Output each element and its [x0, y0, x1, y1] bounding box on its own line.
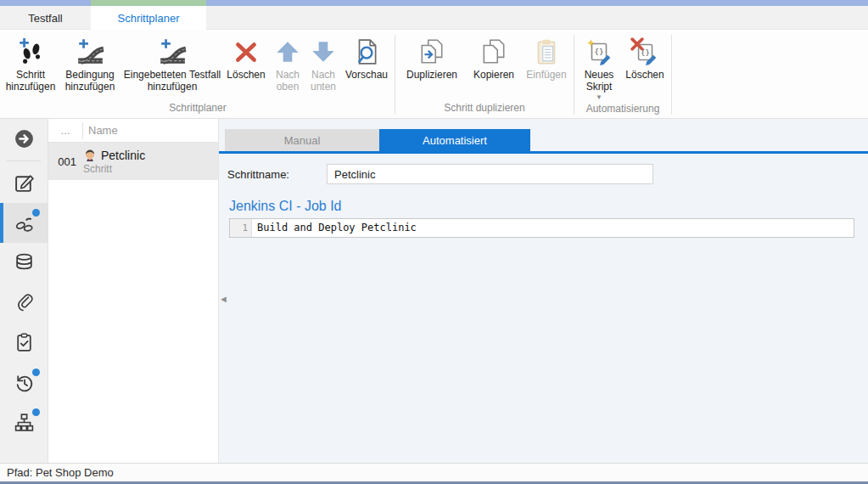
ribbon: Schritt hinzufügen Bedingung hinzufügen [0, 30, 868, 119]
step-number: 001 [48, 155, 83, 168]
step-row-petclinic[interactable]: 001 Petclinic Schritt [48, 143, 218, 180]
button-label: Schritt hinzufügen [3, 69, 58, 93]
detail-panel: ◄ Manual Automatisiert Schrittname: Jenk… [219, 119, 868, 463]
new-script-button[interactable]: {} Neues Skript ▼ [577, 35, 621, 101]
move-up-icon [273, 37, 302, 66]
duplicate-icon [417, 37, 446, 66]
copy-button[interactable]: Kopieren [466, 35, 522, 81]
button-label: Eingebetteten Testfall hinzufügen [122, 69, 222, 93]
jenkins-icon [83, 149, 97, 162]
step-name-label: Schrittname: [227, 168, 327, 181]
paste-button: Einfügen [522, 35, 571, 81]
hierarchy-icon [14, 412, 35, 433]
tab-testfall[interactable]: Testfall [0, 6, 91, 30]
button-label: Nach unten [305, 69, 341, 93]
ribbon-separator [395, 35, 395, 115]
ribbon-group-schrittplaner: Schritt hinzufügen Bedingung hinzufügen [3, 30, 392, 118]
button-label: Neues Skript [577, 69, 621, 93]
button-label: Nach oben [270, 69, 305, 93]
window-tabbar: Testfall Schrittplaner [0, 6, 868, 30]
column-header-name: Name [83, 124, 118, 137]
move-up-button: Nach oben [270, 35, 305, 93]
sidebar-divider [7, 160, 41, 161]
sidebar-item-steps[interactable] [0, 203, 48, 243]
svg-text:{}: {} [594, 47, 604, 56]
notification-dot [32, 408, 40, 416]
job-id-editor[interactable]: 1 Build and Deploy Petclinic [229, 218, 854, 238]
button-label: Löschen [625, 69, 664, 81]
ribbon-separator [574, 35, 574, 115]
column-header-dots: ... [48, 122, 83, 139]
add-embedded-testcase-button[interactable]: Eingebetteten Testfall hinzufügen [122, 35, 222, 93]
ribbon-group-label: Schrittplaner [3, 100, 392, 118]
preview-button[interactable]: Vorschau [341, 35, 392, 81]
step-name-input[interactable] [327, 164, 653, 184]
paperclip-icon [14, 292, 35, 313]
circle-arrow-right-icon [14, 128, 35, 149]
step-list: ... Name 001 Petclinic Schritt [48, 119, 219, 463]
step-title: Petclinic [101, 149, 145, 162]
new-script-icon: {} [585, 37, 613, 66]
button-label: Einfügen [526, 69, 566, 81]
window-accent-strip [0, 0, 868, 6]
active-tab-underline [219, 151, 868, 154]
sidebar-item-attachments[interactable] [0, 283, 48, 323]
ribbon-group-label: Automatisierung [577, 101, 669, 119]
add-condition-icon [76, 37, 104, 66]
add-embedded-testcase-icon [158, 37, 187, 66]
tab-schrittplaner[interactable]: Schrittplaner [91, 6, 206, 31]
sidebar-item-data[interactable] [0, 243, 48, 283]
ribbon-group-automatisierung: {} Neues Skript ▼ {} Löschen Automatisie… [577, 30, 669, 118]
active-tab-accent [91, 0, 206, 6]
move-down-icon [309, 37, 338, 66]
sidebar-item-edit[interactable] [0, 163, 48, 203]
step-subtitle: Schritt [83, 163, 145, 175]
button-label: Kopieren [473, 69, 514, 81]
sidebar-item-navigate[interactable] [0, 119, 48, 159]
editor-code-line[interactable]: Build and Deploy Petclinic [252, 219, 417, 237]
history-icon [14, 372, 35, 393]
database-icon [14, 252, 35, 273]
main-area: ... Name 001 Petclinic Schritt ◄ [0, 119, 868, 463]
notification-dot [32, 209, 40, 217]
sidebar [0, 119, 48, 463]
add-step-icon [16, 37, 45, 66]
duplicate-button[interactable]: Duplizieren [398, 35, 466, 81]
step-list-header: ... Name [48, 119, 218, 143]
chevron-down-icon[interactable]: ▼ [596, 94, 602, 101]
splitter-collapse-handle[interactable]: ◄ [219, 293, 227, 305]
button-label: Bedingung hinzufügen [58, 69, 122, 93]
button-label: Duplizieren [406, 69, 457, 81]
copy-icon [479, 37, 508, 66]
button-label: Vorschau [345, 69, 388, 81]
sidebar-item-history[interactable] [0, 363, 48, 402]
notification-dot [32, 369, 40, 376]
add-step-button[interactable]: Schritt hinzufügen [3, 35, 58, 93]
tab-automatisiert[interactable]: Automatisiert [379, 129, 530, 151]
button-label: Löschen [227, 69, 265, 81]
edit-icon [14, 172, 35, 194]
delete-script-icon: {} [630, 37, 659, 66]
step-name-row: Schrittname: [227, 164, 653, 184]
clipboard-check-icon [14, 332, 35, 353]
status-bar: Pfad: Pet Shop Demo [0, 463, 868, 481]
paste-icon [532, 37, 561, 66]
ribbon-group-schritt-duplizieren: Duplizieren Kopieren Einfügen Schritt [398, 30, 571, 118]
ribbon-separator [671, 35, 672, 115]
add-condition-button[interactable]: Bedingung hinzufügen [58, 35, 122, 93]
delete-step-icon [232, 37, 260, 66]
ribbon-group-label: Schritt duplizieren [398, 100, 571, 118]
sidebar-item-hierarchy[interactable] [0, 402, 48, 442]
sidebar-item-tasks[interactable] [0, 323, 48, 363]
delete-script-button[interactable]: {} Löschen [621, 35, 669, 81]
detail-tabs: Manual Automatisiert [225, 129, 530, 151]
editor-line-number: 1 [230, 219, 252, 237]
status-path: Pfad: Pet Shop Demo [7, 466, 114, 479]
tab-manual[interactable]: Manual [225, 129, 379, 151]
preview-icon [352, 37, 381, 66]
jenkins-section-title: Jenkins CI - Job Id [229, 199, 342, 214]
footsteps-icon [14, 212, 35, 234]
move-down-button: Nach unten [305, 35, 341, 93]
delete-step-button[interactable]: Löschen [222, 35, 270, 81]
